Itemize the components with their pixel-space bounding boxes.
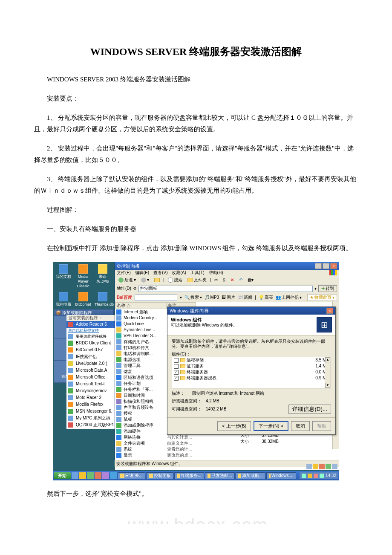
tray-icon[interactable]: [332, 464, 337, 469]
taskbar-task[interactable]: 终端服务...: [174, 472, 204, 479]
wizard-titlebar[interactable]: Windows 组件向导 ×: [167, 307, 335, 315]
quicklaunch-icon[interactable]: [110, 472, 117, 479]
list-item[interactable]: 添加硬件: [115, 428, 166, 434]
tray-icon[interactable]: [326, 464, 331, 469]
list-item[interactable]: Minilyrics(remov: [66, 387, 115, 394]
col-name[interactable]: 名称 △: [115, 302, 166, 309]
baidu-partner-button[interactable]: 👥上网伴侣 ▾: [276, 295, 302, 300]
list-item[interactable]: QuickTime: [115, 321, 166, 327]
help-button[interactable]: 帮助: [312, 421, 331, 431]
list-item[interactable]: Modem Country...: [115, 315, 166, 321]
list-item[interactable]: 显示: [115, 452, 166, 458]
list-item[interactable]: Moto Racer 2: [66, 394, 115, 401]
taskbar-task[interactable]: 控制面板: [146, 472, 173, 479]
taskbar-task[interactable]: Windows ...: [266, 472, 296, 479]
back-button[interactable]: 后退 ▾: [117, 277, 138, 283]
menu-view[interactable]: 查看(V): [153, 270, 167, 275]
quicklaunch-icon[interactable]: [95, 472, 101, 479]
list-item[interactable]: Microsoft Office: [66, 374, 115, 381]
baidu-search-button[interactable]: 🔍搜索 ▾: [184, 295, 202, 300]
list-item[interactable]: 扫描仪和照相机: [115, 399, 166, 405]
start-button[interactable]: 开始: [54, 472, 71, 479]
quicklaunch-icon[interactable]: [102, 472, 109, 479]
tray-icon[interactable]: [320, 474, 324, 478]
cut-button[interactable]: ✂: [213, 277, 219, 283]
minimize-button[interactable]: _: [315, 263, 322, 269]
cancel-button[interactable]: 取消: [291, 421, 310, 431]
close-button[interactable]: ×: [330, 263, 337, 269]
list-item[interactable]: 键盘: [115, 369, 166, 375]
list-item[interactable]: 管理工具: [115, 363, 166, 369]
list-item[interactable]: 添加或删除程序: [115, 422, 166, 428]
list-item[interactable]: My MPC 系列之插: [66, 415, 115, 422]
desktop-icon[interactable]: 我的电脑: [55, 292, 72, 307]
list-item[interactable]: Symantec Live...: [115, 327, 166, 333]
list-item[interactable]: 网络连接: [115, 434, 166, 440]
maximize-button[interactable]: □: [323, 263, 329, 269]
baidu-search-input[interactable]: [135, 295, 177, 301]
back-button[interactable]: < 上一步(B): [217, 421, 251, 431]
quicklaunch-icon[interactable]: [87, 472, 94, 479]
list-item[interactable]: 电源选项: [115, 357, 166, 363]
checkbox[interactable]: ✓: [174, 376, 179, 381]
checkbox[interactable]: ✓: [174, 370, 179, 375]
list-item[interactable]: Microsoft Data A: [66, 367, 115, 374]
list-item[interactable]: 区域和语言选项: [115, 375, 166, 381]
desktop-icon[interactable]: Media Player Classic: [75, 264, 91, 288]
checkbox[interactable]: [174, 358, 179, 363]
tray-icon[interactable]: [308, 474, 312, 478]
wizard-close-button[interactable]: ×: [326, 308, 333, 314]
list-item[interactable]: QQ2004 正式版SP1: [66, 422, 115, 428]
list-item[interactable]: 授权: [115, 410, 166, 416]
menu-fav[interactable]: 收藏(A): [172, 270, 186, 275]
scroll-up-button[interactable]: ▲: [325, 357, 330, 362]
list-item[interactable]: 日期和时间: [115, 393, 166, 399]
taskbar-task[interactable]: 添加或删...: [236, 472, 265, 479]
listbox-scrollbar[interactable]: ▲ ▼: [325, 357, 331, 388]
list-item[interactable]: 任务栏和「开...: [115, 387, 166, 393]
views-button[interactable]: ▦▾: [246, 277, 255, 283]
desktop-icon[interactable]: Thumbs.db: [95, 292, 111, 307]
components-listbox[interactable]: 远程存储 3.5 MB 证书服务 1.4 MB ✓ 终端服务器: [172, 357, 331, 388]
baidu-mp3-button[interactable]: 🎵MP3: [205, 295, 219, 300]
list-item[interactable]: 系统: [115, 446, 166, 452]
component-row[interactable]: 证书服务 1.4 MB: [172, 363, 331, 369]
tray-icon[interactable]: [319, 464, 325, 469]
tray-icon[interactable]: [302, 474, 306, 478]
details-button[interactable]: 详细信息(D)...: [288, 405, 331, 414]
taskbar-task[interactable]: 已发送邮...: [205, 472, 235, 479]
component-row[interactable]: ✓ 终端服务器授权 0.9 MB: [172, 375, 331, 381]
list-item[interactable]: MSN Messenger 6.: [66, 408, 115, 415]
quicklaunch-icon[interactable]: [79, 472, 86, 479]
list-item[interactable]: LiveUpdate 2.0 (: [66, 360, 115, 367]
titlebar[interactable]: ⚙ 控制面板 _ □ ×: [115, 262, 339, 270]
component-row[interactable]: 远程存储 3.5 MB: [172, 357, 331, 363]
forward-button[interactable]: ▾: [139, 277, 151, 283]
address-input[interactable]: [138, 286, 313, 292]
copy-button[interactable]: ⎘: [221, 277, 227, 283]
list-item[interactable]: 打印机和传真: [115, 345, 166, 351]
baidu-pic-button[interactable]: 🖼图片: [222, 295, 235, 300]
list-item[interactable]: 任务计划: [115, 381, 166, 387]
tray-icon[interactable]: [306, 464, 312, 469]
bookmark-button[interactable]: ★收藏此页 ▾: [307, 294, 337, 301]
desktop-icon[interactable]: 未命名.JPG: [95, 264, 111, 288]
menu-help[interactable]: 帮助(H): [209, 270, 223, 275]
next-button[interactable]: 下一步(N) >: [254, 421, 288, 431]
list-item[interactable]: Adobe Reader 6: [66, 321, 115, 328]
tray-icon[interactable]: [313, 464, 318, 469]
list-item[interactable]: 电话和调制解...: [115, 351, 166, 357]
scroll-down-button[interactable]: ▼: [325, 383, 330, 388]
baidu-news-button[interactable]: 📰新闻: [238, 295, 252, 300]
menu-tools[interactable]: 工具(T): [190, 270, 205, 275]
list-item[interactable]: IE搜索伴侣: [66, 353, 115, 360]
arp-program-list[interactable]: 当前安装的程序： Adobe Reader 6 单击此处获得支持 要更改此程序或…: [66, 315, 115, 429]
list-item[interactable]: Mozilla Firefox: [66, 401, 115, 408]
undo-button[interactable]: ↶: [237, 277, 244, 283]
delete-button[interactable]: ✕: [229, 277, 236, 283]
list-item[interactable]: VP6 Decoder S...: [115, 333, 166, 339]
baidu-highlight-button[interactable]: 💡高亮: [259, 295, 273, 300]
list-item[interactable]: BitComet 0.57: [66, 347, 115, 353]
list-item[interactable]: 鼠标: [115, 416, 166, 422]
menu-file[interactable]: 文件(F): [117, 270, 131, 275]
